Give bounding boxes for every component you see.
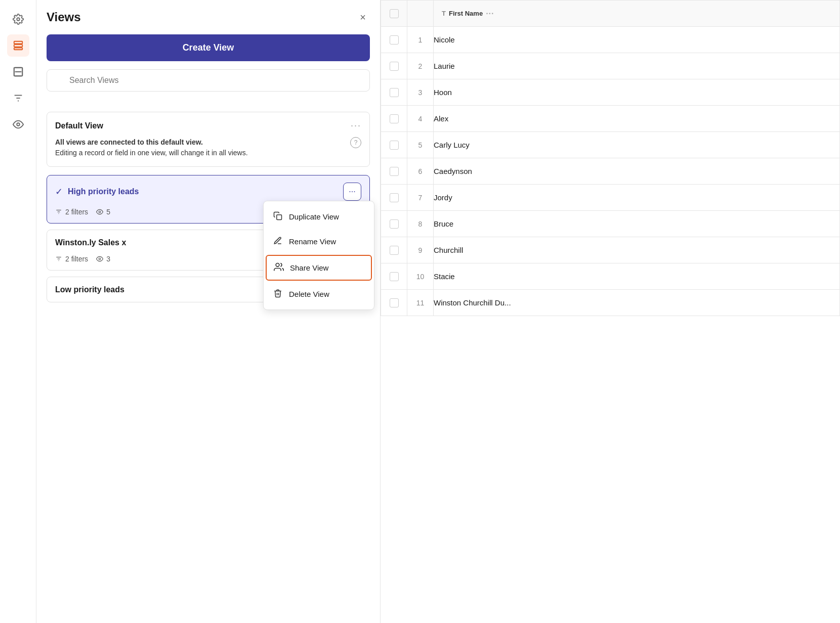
table-row: 8 Bruce	[381, 211, 840, 237]
row-checkbox[interactable]	[390, 219, 399, 229]
row-checkbox-cell	[381, 132, 407, 158]
default-view-menu-button[interactable]: ···	[351, 120, 361, 131]
view-item-low-priority-name: Low priority leads	[55, 285, 124, 294]
row-number: 9	[407, 237, 434, 263]
table-row: 2 Laurie	[381, 53, 840, 79]
high-priority-menu-button[interactable]: ···	[343, 183, 361, 201]
row-number: 4	[407, 106, 434, 132]
row-checkbox[interactable]	[390, 298, 399, 307]
context-menu-share[interactable]: Share View	[266, 255, 372, 281]
row-number: 11	[407, 290, 434, 316]
row-checkbox[interactable]	[390, 272, 399, 281]
firstname-column-label: First Name	[449, 10, 483, 17]
row-checkbox-cell	[381, 263, 407, 290]
row-firstname: Hoon	[434, 79, 840, 106]
row-number: 1	[407, 27, 434, 53]
row-firstname: Churchill	[434, 237, 840, 263]
row-firstname: Carly Lucy	[434, 132, 840, 158]
svg-rect-2	[14, 45, 22, 47]
table-row: 5 Carly Lucy	[381, 132, 840, 158]
sidebar-item-settings[interactable]	[7, 8, 29, 30]
row-checkbox[interactable]	[390, 88, 399, 97]
default-view-desc-bold: All views are connected to this default …	[55, 138, 203, 146]
svg-point-16	[276, 263, 279, 267]
row-checkbox-cell	[381, 211, 407, 237]
data-table: T First Name ··· 1 Nicole	[381, 0, 840, 316]
create-view-button[interactable]: Create View	[47, 34, 370, 61]
view-item-high-priority: ✓ High priority leads ··· 2 filters 5	[47, 175, 370, 224]
row-checkbox[interactable]	[390, 141, 399, 150]
view-item-winstonly-left: Winston.ly Sales x	[55, 238, 126, 247]
svg-point-20	[99, 258, 101, 260]
context-menu-delete[interactable]: Delete View	[264, 282, 374, 306]
delete-label: Delete View	[289, 290, 329, 298]
default-view-description: All views are connected to this default …	[55, 137, 361, 158]
views-panel-title: Views	[47, 10, 81, 24]
share-label: Share View	[290, 263, 328, 272]
column-options-icon[interactable]: ···	[486, 9, 494, 18]
duplicate-icon	[273, 211, 283, 222]
checkbox-header	[381, 1, 407, 27]
sidebar	[0, 0, 36, 623]
row-number: 10	[407, 263, 434, 290]
default-view-header: Default View ···	[55, 120, 361, 131]
default-view-title: Default View	[55, 121, 103, 130]
sidebar-item-visibility[interactable]	[7, 113, 29, 136]
winstonly-filters: 2 filters	[55, 255, 88, 263]
row-number: 6	[407, 158, 434, 185]
search-wrapper	[47, 69, 370, 102]
rename-label: Rename View	[289, 237, 336, 246]
row-checkbox[interactable]	[390, 35, 399, 45]
sidebar-item-views[interactable]	[7, 34, 29, 57]
context-menu-rename[interactable]: Rename View	[264, 229, 374, 254]
table-row: 9 Churchill	[381, 237, 840, 263]
rownum-header	[407, 1, 434, 27]
svg-rect-1	[14, 41, 22, 44]
row-checkbox-cell	[381, 290, 407, 316]
view-item-high-priority-name: High priority leads	[68, 187, 139, 196]
checkmark-icon: ✓	[55, 186, 63, 197]
table-row: 3 Hoon	[381, 79, 840, 106]
firstname-header: T First Name ···	[434, 1, 840, 27]
view-item-winstonly-name: Winston.ly Sales x	[55, 238, 126, 247]
winstonly-row-count: 3	[96, 255, 110, 263]
default-view-card: Default View ··· All views are connected…	[47, 112, 370, 167]
sidebar-item-fields[interactable]	[7, 61, 29, 83]
view-filters-count: 2 filters	[55, 208, 88, 216]
text-type-icon: T	[442, 10, 446, 17]
row-checkbox[interactable]	[390, 193, 399, 202]
context-menu: Duplicate View Rename View	[263, 201, 374, 310]
rename-icon	[273, 236, 283, 247]
row-firstname: Laurie	[434, 53, 840, 79]
row-checkbox[interactable]	[390, 62, 399, 71]
row-firstname: Alex	[434, 106, 840, 132]
info-icon: ?	[350, 137, 361, 148]
row-number: 7	[407, 185, 434, 211]
row-number: 2	[407, 53, 434, 79]
row-checkbox-cell	[381, 79, 407, 106]
close-button[interactable]: ×	[356, 10, 370, 24]
row-number: 8	[407, 211, 434, 237]
default-view-desc-body: Editing a record or field in one view, w…	[55, 149, 248, 157]
search-views-input[interactable]	[47, 69, 370, 92]
row-checkbox[interactable]	[390, 246, 399, 255]
table-row: 11 Winston Churchill Du...	[381, 290, 840, 316]
row-firstname: Nicole	[434, 27, 840, 53]
table-row: 7 Jordy	[381, 185, 840, 211]
high-priority-filters: 2 filters	[65, 208, 88, 216]
view-item-low-priority-left: Low priority leads	[55, 285, 124, 294]
context-menu-duplicate[interactable]: Duplicate View	[264, 204, 374, 229]
header-checkbox[interactable]	[390, 9, 399, 18]
svg-rect-3	[14, 48, 22, 50]
row-checkbox[interactable]	[390, 167, 399, 176]
trash-icon	[273, 289, 283, 299]
row-checkbox[interactable]	[390, 114, 399, 123]
row-number: 5	[407, 132, 434, 158]
row-firstname: Caedynson	[434, 158, 840, 185]
row-checkbox-cell	[381, 53, 407, 79]
row-firstname: Bruce	[434, 211, 840, 237]
views-header: Views ×	[47, 10, 370, 24]
share-icon	[274, 262, 284, 274]
sidebar-item-filters[interactable]	[7, 87, 29, 109]
row-firstname: Jordy	[434, 185, 840, 211]
